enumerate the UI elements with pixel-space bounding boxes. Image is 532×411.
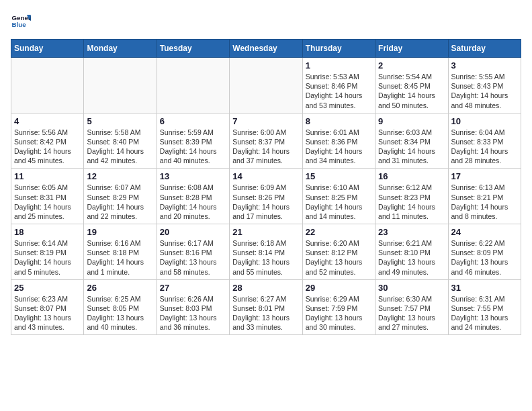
day-number: 7 bbox=[232, 116, 299, 126]
day-number: 14 bbox=[232, 171, 299, 181]
day-info: Sunrise: 6:12 AM Sunset: 8:23 PM Dayligh… bbox=[378, 183, 445, 221]
day-info: Sunrise: 6:00 AM Sunset: 8:37 PM Dayligh… bbox=[232, 128, 299, 166]
day-number: 16 bbox=[378, 171, 445, 181]
day-info: Sunrise: 6:08 AM Sunset: 8:28 PM Dayligh… bbox=[160, 183, 226, 221]
day-number: 31 bbox=[451, 283, 518, 293]
day-number: 29 bbox=[306, 283, 372, 293]
logo: General Blue bbox=[11, 11, 31, 31]
day-number: 27 bbox=[160, 283, 226, 293]
calendar-day-cell: 2Sunrise: 5:54 AM Sunset: 8:45 PM Daylig… bbox=[375, 58, 448, 113]
day-number: 20 bbox=[160, 227, 226, 237]
logo-icon: General Blue bbox=[11, 11, 31, 31]
calendar-day-cell: 1Sunrise: 5:53 AM Sunset: 8:46 PM Daylig… bbox=[302, 58, 375, 113]
day-info: Sunrise: 6:16 AM Sunset: 8:18 PM Dayligh… bbox=[87, 238, 153, 277]
day-info: Sunrise: 6:09 AM Sunset: 8:26 PM Dayligh… bbox=[232, 183, 299, 221]
day-info: Sunrise: 5:58 AM Sunset: 8:40 PM Dayligh… bbox=[87, 128, 153, 166]
day-number: 9 bbox=[378, 116, 445, 126]
day-info: Sunrise: 6:26 AM Sunset: 8:03 PM Dayligh… bbox=[160, 294, 226, 332]
calendar-day-cell: 29Sunrise: 6:29 AM Sunset: 7:59 PM Dayli… bbox=[302, 279, 375, 335]
day-number: 18 bbox=[14, 227, 81, 237]
day-number: 19 bbox=[87, 227, 153, 237]
calendar-day-cell bbox=[157, 58, 229, 113]
calendar-day-cell: 9Sunrise: 6:03 AM Sunset: 8:34 PM Daylig… bbox=[375, 113, 448, 169]
day-info: Sunrise: 5:53 AM Sunset: 8:46 PM Dayligh… bbox=[306, 72, 372, 110]
calendar-week-row: 4Sunrise: 5:56 AM Sunset: 8:42 PM Daylig… bbox=[11, 113, 521, 169]
calendar-week-row: 1Sunrise: 5:53 AM Sunset: 8:46 PM Daylig… bbox=[11, 58, 521, 113]
day-number: 22 bbox=[306, 227, 372, 237]
calendar-day-header: Friday bbox=[375, 40, 448, 58]
day-number: 12 bbox=[87, 171, 153, 181]
day-number: 2 bbox=[378, 60, 445, 71]
calendar-day-cell: 6Sunrise: 5:59 AM Sunset: 8:39 PM Daylig… bbox=[157, 113, 229, 169]
day-info: Sunrise: 6:20 AM Sunset: 8:12 PM Dayligh… bbox=[306, 238, 372, 277]
day-info: Sunrise: 6:01 AM Sunset: 8:36 PM Dayligh… bbox=[306, 128, 372, 166]
calendar-day-cell: 23Sunrise: 6:21 AM Sunset: 8:10 PM Dayli… bbox=[375, 224, 448, 280]
calendar-day-cell: 16Sunrise: 6:12 AM Sunset: 8:23 PM Dayli… bbox=[375, 169, 448, 224]
calendar-day-cell: 27Sunrise: 6:26 AM Sunset: 8:03 PM Dayli… bbox=[157, 279, 229, 335]
calendar-day-cell: 12Sunrise: 6:07 AM Sunset: 8:29 PM Dayli… bbox=[84, 169, 157, 224]
calendar-week-row: 25Sunrise: 6:23 AM Sunset: 8:07 PM Dayli… bbox=[11, 279, 521, 335]
day-number: 10 bbox=[451, 116, 518, 126]
day-number: 3 bbox=[451, 60, 518, 71]
day-info: Sunrise: 6:05 AM Sunset: 8:31 PM Dayligh… bbox=[14, 183, 81, 221]
calendar-day-cell: 31Sunrise: 6:31 AM Sunset: 7:55 PM Dayli… bbox=[448, 279, 521, 335]
calendar-day-cell: 8Sunrise: 6:01 AM Sunset: 8:36 PM Daylig… bbox=[302, 113, 375, 169]
calendar-day-cell: 3Sunrise: 5:55 AM Sunset: 8:43 PM Daylig… bbox=[448, 58, 521, 113]
calendar-day-cell: 10Sunrise: 6:04 AM Sunset: 8:33 PM Dayli… bbox=[448, 113, 521, 169]
calendar-day-cell bbox=[84, 58, 157, 113]
calendar-day-header: Saturday bbox=[448, 40, 521, 58]
day-number: 6 bbox=[160, 116, 226, 126]
day-number: 8 bbox=[306, 116, 372, 126]
calendar-day-cell: 14Sunrise: 6:09 AM Sunset: 8:26 PM Dayli… bbox=[230, 169, 302, 224]
calendar-day-cell: 7Sunrise: 6:00 AM Sunset: 8:37 PM Daylig… bbox=[230, 113, 302, 169]
day-info: Sunrise: 6:18 AM Sunset: 8:14 PM Dayligh… bbox=[232, 238, 299, 277]
day-number: 28 bbox=[232, 283, 299, 293]
day-info: Sunrise: 6:13 AM Sunset: 8:21 PM Dayligh… bbox=[451, 183, 518, 221]
day-info: Sunrise: 6:25 AM Sunset: 8:05 PM Dayligh… bbox=[87, 294, 153, 332]
calendar-header-row: SundayMondayTuesdayWednesdayThursdayFrid… bbox=[11, 40, 521, 58]
svg-text:Blue: Blue bbox=[12, 21, 27, 28]
day-number: 21 bbox=[232, 227, 299, 237]
day-info: Sunrise: 6:07 AM Sunset: 8:29 PM Dayligh… bbox=[87, 183, 153, 221]
day-number: 17 bbox=[451, 171, 518, 181]
day-info: Sunrise: 6:29 AM Sunset: 7:59 PM Dayligh… bbox=[306, 294, 372, 332]
calendar-day-cell: 24Sunrise: 6:22 AM Sunset: 8:09 PM Dayli… bbox=[448, 224, 521, 280]
day-number: 30 bbox=[378, 283, 445, 293]
calendar-week-row: 18Sunrise: 6:14 AM Sunset: 8:19 PM Dayli… bbox=[11, 224, 521, 280]
calendar-day-cell: 20Sunrise: 6:17 AM Sunset: 8:16 PM Dayli… bbox=[157, 224, 229, 280]
calendar-day-header: Sunday bbox=[11, 40, 84, 58]
calendar-day-cell: 11Sunrise: 6:05 AM Sunset: 8:31 PM Dayli… bbox=[11, 169, 84, 224]
day-info: Sunrise: 5:59 AM Sunset: 8:39 PM Dayligh… bbox=[160, 128, 226, 166]
day-info: Sunrise: 5:55 AM Sunset: 8:43 PM Dayligh… bbox=[451, 72, 518, 110]
calendar-day-header: Thursday bbox=[302, 40, 375, 58]
calendar-day-cell: 30Sunrise: 6:30 AM Sunset: 7:57 PM Dayli… bbox=[375, 279, 448, 335]
day-info: Sunrise: 6:31 AM Sunset: 7:55 PM Dayligh… bbox=[451, 294, 518, 332]
day-info: Sunrise: 6:22 AM Sunset: 8:09 PM Dayligh… bbox=[451, 238, 518, 277]
calendar-day-header: Tuesday bbox=[157, 40, 229, 58]
calendar-day-cell: 19Sunrise: 6:16 AM Sunset: 8:18 PM Dayli… bbox=[84, 224, 157, 280]
calendar-day-header: Monday bbox=[84, 40, 157, 58]
day-info: Sunrise: 5:56 AM Sunset: 8:42 PM Dayligh… bbox=[14, 128, 81, 166]
day-number: 15 bbox=[306, 171, 372, 181]
calendar-week-row: 11Sunrise: 6:05 AM Sunset: 8:31 PM Dayli… bbox=[11, 169, 521, 224]
calendar-day-header: Wednesday bbox=[230, 40, 302, 58]
day-info: Sunrise: 6:17 AM Sunset: 8:16 PM Dayligh… bbox=[160, 238, 226, 277]
day-info: Sunrise: 6:27 AM Sunset: 8:01 PM Dayligh… bbox=[232, 294, 299, 332]
calendar-day-cell: 28Sunrise: 6:27 AM Sunset: 8:01 PM Dayli… bbox=[230, 279, 302, 335]
calendar-table: SundayMondayTuesdayWednesdayThursdayFrid… bbox=[11, 39, 521, 335]
calendar-day-cell bbox=[11, 58, 84, 113]
day-info: Sunrise: 6:30 AM Sunset: 7:57 PM Dayligh… bbox=[378, 294, 445, 332]
calendar-day-cell: 22Sunrise: 6:20 AM Sunset: 8:12 PM Dayli… bbox=[302, 224, 375, 280]
calendar-day-cell: 26Sunrise: 6:25 AM Sunset: 8:05 PM Dayli… bbox=[84, 279, 157, 335]
calendar-day-cell: 21Sunrise: 6:18 AM Sunset: 8:14 PM Dayli… bbox=[230, 224, 302, 280]
day-info: Sunrise: 6:21 AM Sunset: 8:10 PM Dayligh… bbox=[378, 238, 445, 277]
calendar-day-cell: 25Sunrise: 6:23 AM Sunset: 8:07 PM Dayli… bbox=[11, 279, 84, 335]
calendar-day-cell: 5Sunrise: 5:58 AM Sunset: 8:40 PM Daylig… bbox=[84, 113, 157, 169]
day-number: 13 bbox=[160, 171, 226, 181]
day-number: 4 bbox=[14, 116, 81, 126]
day-number: 11 bbox=[14, 171, 81, 181]
day-number: 25 bbox=[14, 283, 81, 293]
calendar-day-cell: 13Sunrise: 6:08 AM Sunset: 8:28 PM Dayli… bbox=[157, 169, 229, 224]
day-info: Sunrise: 6:03 AM Sunset: 8:34 PM Dayligh… bbox=[378, 128, 445, 166]
day-info: Sunrise: 6:10 AM Sunset: 8:25 PM Dayligh… bbox=[306, 183, 372, 221]
